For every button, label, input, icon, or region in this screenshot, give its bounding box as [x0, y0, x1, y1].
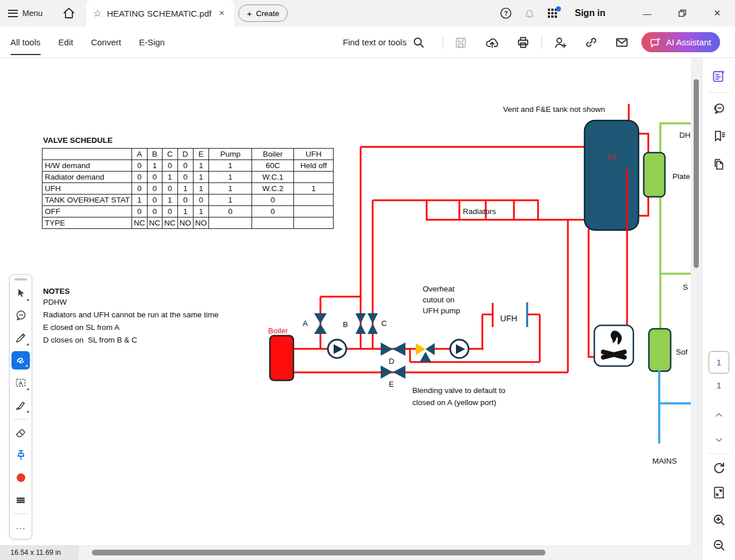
- pdf-viewer[interactable]: Vent and F&E tank not shown TS Radiators…: [0, 58, 702, 545]
- nav-convert[interactable]: Convert: [91, 26, 121, 58]
- fit-page-button[interactable]: [710, 483, 728, 501]
- valve-cell: 1: [209, 183, 252, 195]
- pages-panel-button[interactable]: [710, 155, 728, 173]
- zoom-out-icon: [711, 538, 726, 553]
- notification-dot: [556, 6, 561, 11]
- rotate-page-button[interactable]: [710, 458, 728, 477]
- next-page-button[interactable]: [710, 431, 728, 449]
- page-number-input[interactable]: 1: [709, 351, 729, 374]
- ai-assistant-button[interactable]: AI Assistant: [641, 32, 720, 52]
- dhw-label-clipped: DH: [679, 131, 691, 139]
- valve-row: TYPENCNCNCNONO: [42, 217, 334, 229]
- nav-esign[interactable]: E-Sign: [139, 26, 165, 58]
- zoom-in-button[interactable]: [710, 511, 728, 529]
- bookmark-icon: [711, 129, 726, 143]
- green-pipes: [660, 123, 691, 329]
- upload-cloud-button[interactable]: [485, 35, 500, 50]
- add-text-tool-button[interactable]: A: [9, 372, 32, 394]
- fountain-pen-icon: [14, 398, 28, 412]
- valve-cell: 0: [209, 206, 252, 217]
- window-restore-button[interactable]: [671, 0, 694, 26]
- blending-valve-yellow-port: [416, 343, 425, 355]
- record-tool-button[interactable]: [9, 466, 32, 489]
- line-weight-tool-button[interactable]: [9, 489, 32, 511]
- valve-c-label: C: [381, 319, 387, 328]
- overheat-note-1: Overheat: [423, 285, 455, 293]
- vertical-scrollbar[interactable]: [691, 58, 702, 545]
- create-label: Create: [256, 9, 280, 18]
- comment-tool-button[interactable]: [9, 305, 32, 327]
- highlight-tool-button[interactable]: [9, 327, 32, 349]
- horizontal-scrollbar-thumb[interactable]: [92, 550, 546, 555]
- favorite-star-icon[interactable]: ☆: [93, 7, 102, 20]
- home-icon: [61, 6, 76, 21]
- s-label-clipped: S: [683, 283, 688, 291]
- pointer-icon: [14, 286, 28, 300]
- menu-button[interactable]: Menu: [8, 0, 42, 26]
- valve-cell: 1: [193, 160, 208, 172]
- blending-note-2: closed on A (yellow port): [412, 398, 496, 407]
- draw-tool-button-active[interactable]: [9, 349, 32, 372]
- ts-label: TS: [606, 153, 616, 162]
- add-text-icon: A: [14, 376, 28, 390]
- home-button[interactable]: [61, 0, 77, 26]
- save-button[interactable]: [453, 35, 468, 50]
- right-panel: 1 1: [702, 58, 735, 560]
- window-close-button[interactable]: ✕: [706, 0, 729, 26]
- nav-all-tools[interactable]: All tools: [10, 26, 41, 58]
- vertical-scrollbar-thumb[interactable]: [694, 79, 699, 268]
- plate-label-clipped: Plate: [672, 172, 690, 181]
- app-switcher-button[interactable]: [544, 0, 560, 26]
- print-button[interactable]: [516, 35, 531, 50]
- valve-col-header: Pump: [209, 149, 252, 160]
- more-tools-button[interactable]: ···: [9, 516, 32, 539]
- window-minimize-button[interactable]: —: [636, 0, 659, 26]
- tools-divider: [13, 514, 28, 514]
- tab-close-icon[interactable]: ✕: [219, 9, 225, 17]
- overheat-note-3: UFH pump: [423, 306, 460, 315]
- panel-drag-handle[interactable]: [14, 278, 27, 281]
- share-link-button[interactable]: [583, 35, 598, 50]
- chevron-up-icon: [713, 409, 725, 421]
- valve-cell: 0: [177, 160, 193, 172]
- valve-cell: 1: [209, 172, 252, 183]
- ai-assistant-panel-button[interactable]: [710, 67, 728, 85]
- nav-edit[interactable]: Edit: [59, 26, 74, 58]
- eraser-tool-button[interactable]: [9, 422, 32, 444]
- refresh-icon: [711, 460, 726, 475]
- previous-page-button[interactable]: [710, 406, 728, 424]
- valve-row: Radiator demand001011W.C.1: [42, 172, 334, 183]
- help-button[interactable]: ?: [498, 0, 514, 26]
- zoom-in-icon: [711, 512, 726, 527]
- valve-cell: W.C.2: [252, 183, 294, 195]
- valve-col-header: D: [177, 149, 193, 160]
- valve-cell: Radiator demand: [42, 172, 132, 183]
- vent-note: Vent and F&E tank not shown: [503, 105, 605, 114]
- valve-a-label: A: [303, 319, 308, 328]
- sign-in-button[interactable]: Sign in: [575, 0, 605, 26]
- document-tab[interactable]: ☆ HEATING SCHEMATIC.pdf ✕: [86, 0, 234, 26]
- comments-panel-button[interactable]: [710, 100, 728, 118]
- find-text-or-tools[interactable]: Find text or tools: [343, 26, 425, 58]
- request-signatures-button[interactable]: [552, 35, 567, 50]
- create-button[interactable]: + Create: [238, 5, 288, 22]
- valve-cell: 0: [177, 195, 193, 206]
- bookmarks-panel-button[interactable]: [710, 127, 728, 145]
- acrobat-window: { "titlebar": { "menu_label": "Menu", "t…: [0, 0, 735, 560]
- pump-1: [328, 340, 346, 358]
- ai-assistant-label: AI Assistant: [666, 37, 711, 47]
- pin-tool-button[interactable]: [9, 444, 32, 466]
- valve-cell: 0: [163, 160, 178, 172]
- zoom-out-button[interactable]: [710, 536, 728, 554]
- sign-tool-button[interactable]: [9, 394, 32, 417]
- notifications-button[interactable]: [521, 0, 537, 26]
- email-button[interactable]: [614, 35, 629, 50]
- tools-divider: [13, 419, 28, 419]
- select-tool-button[interactable]: [9, 282, 32, 305]
- valve-cell: 1: [193, 172, 208, 183]
- valve-cell: 1: [294, 183, 334, 195]
- find-label: Find text or tools: [343, 37, 407, 47]
- comment-icon: [14, 309, 28, 322]
- eraser-icon: [14, 426, 28, 440]
- pump-2: [450, 340, 469, 358]
